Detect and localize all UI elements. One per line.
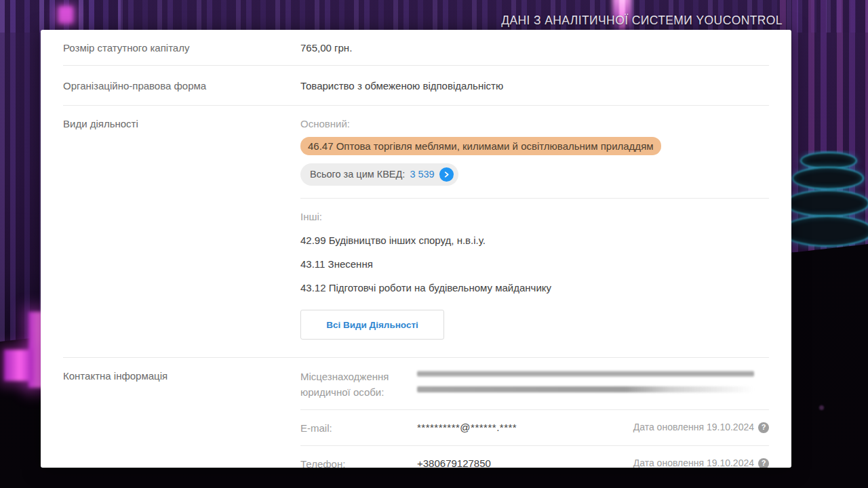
other-activities-caption: Інші: [300,209,769,224]
row-contacts: Контактна інформація Місцезнаходження юр… [63,358,769,468]
activity-item: 43.11 Знесення [300,257,769,271]
row-legal-form: Організаційно-правова форма Товариство з… [63,66,769,106]
activity-item: 43.12 Підготовчі роботи на будівельному … [300,281,769,295]
teal-machine-graphic [787,150,868,249]
question-mark-icon[interactable]: ? [758,458,769,468]
row-statutory-capital: Розмір статутного капіталу 765,00 грн. [63,30,769,66]
email-label: E-mail: [300,420,417,436]
address-subrow: Місцезнаходження юридичної особи: [300,369,769,409]
chevron-right-icon[interactable] [439,167,454,182]
phone-updated-date: Дата оновлення 19.10.2024 [633,456,754,468]
email-updated-date: Дата оновлення 19.10.2024 [633,420,754,434]
kved-total-count[interactable]: 3 539 [410,167,434,182]
activity-item: 42.99 Будівництво інших споруд, н.в.і.у. [300,233,769,247]
phone-value: +380679127850 [417,456,633,468]
activities-divider [300,198,769,199]
activities-label: Види діяльності [63,117,300,357]
redacted-bar [417,371,754,377]
address-label: Місцезнаходження юридичної особи: [300,369,417,400]
magenta-blob [58,6,73,24]
question-mark-icon[interactable]: ? [758,422,769,433]
primary-activity-highlight[interactable]: 46.47 Оптова торгівля меблями, килимами … [300,137,661,155]
legal-form-label: Організаційно-правова форма [63,79,300,93]
sparkle [819,405,824,410]
watermark-source-caption: ДАНІ З АНАЛІТИЧНОЇ СИСТЕМИ YOUCONTROL [501,14,783,28]
kved-total-label: Всього за цим КВЕД: [310,167,405,182]
phone-subrow: Телефон: +380679127850 Дата оновлення 19… [300,446,769,468]
redacted-bar [417,386,754,392]
email-value: **********@******.**** [417,420,633,434]
statutory-capital-value: 765,00 грн. [300,41,769,55]
company-profile-card: Розмір статутного капіталу 765,00 грн. О… [41,30,791,468]
phone-label: Телефон: [300,456,417,468]
statutory-capital-label: Розмір статутного капіталу [63,41,300,55]
kved-total-pill: Всього за цим КВЕД: 3 539 [300,163,458,186]
legal-form-value: Товариство з обмеженою відповідальністю [300,79,769,93]
all-activities-button[interactable]: Всі Види Діяльності [300,310,444,340]
email-subrow: E-mail: **********@******.**** Дата онов… [300,410,769,445]
primary-activity-caption: Основний: [300,117,769,131]
row-activities: Види діяльності Основний: 46.47 Оптова т… [63,106,769,358]
redacted-address-value [417,369,769,392]
contacts-label: Контактна інформація [63,369,300,468]
